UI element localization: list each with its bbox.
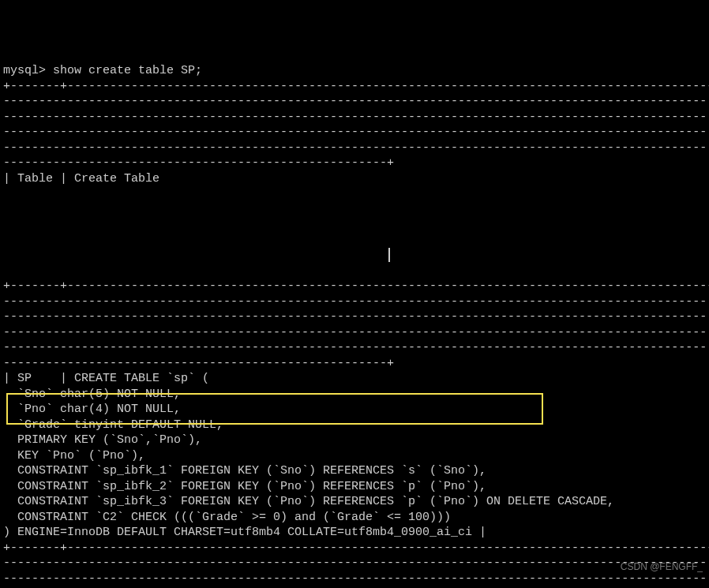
constraint-def: CONSTRAINT `sp_ibfk_3` FOREIGN KEY (`Pno… bbox=[3, 495, 614, 508]
engine-def: ) ENGINE=InnoDB DEFAULT CHARSET=utf8mb4 … bbox=[3, 526, 486, 539]
border-line: +-------+-------------------------------… bbox=[3, 279, 709, 293]
column-def: `Sno` char(5) NOT NULL, bbox=[3, 388, 181, 401]
border-line: ----------------------------------------… bbox=[3, 326, 707, 339]
border-line: ----------------------------------------… bbox=[3, 95, 707, 108]
mysql-prompt[interactable]: mysql> bbox=[3, 64, 46, 77]
terminal-output: mysql> show create table SP; +-------+--… bbox=[3, 63, 706, 588]
border-line: ----------------------------------------… bbox=[3, 310, 707, 324]
border-line: ----------------------------------------… bbox=[3, 556, 707, 570]
table-header: | Table | Create Table bbox=[3, 172, 159, 185]
constraint-def-highlighted: CONSTRAINT `sp_ibfk_2` FOREIGN KEY (`Pno… bbox=[3, 480, 486, 493]
border-line: ----------------------------------------… bbox=[3, 110, 707, 124]
sql-command: show create table SP; bbox=[46, 64, 202, 77]
watermark: CSDN @FENGFF_ bbox=[621, 561, 703, 574]
column-def: `Grade` tinyint DEFAULT NULL, bbox=[3, 418, 223, 432]
border-line: ----------------------------------------… bbox=[3, 341, 707, 354]
primary-key: PRIMARY KEY (`Sno`,`Pno`), bbox=[3, 433, 202, 447]
constraint-def: CONSTRAINT `sp_ibfk_1` FOREIGN KEY (`Sno… bbox=[3, 464, 486, 478]
border-line: +-------+-------------------------------… bbox=[3, 541, 709, 555]
border-line: ----------------------------------------… bbox=[3, 141, 707, 155]
text-cursor bbox=[388, 248, 396, 262]
key-def: KEY `Pno` (`Pno`), bbox=[3, 449, 145, 463]
column-def: `Pno` char(4) NOT NULL, bbox=[3, 403, 181, 416]
create-table-start: | SP | CREATE TABLE `sp` ( bbox=[3, 372, 209, 385]
border-line: ----------------------------------------… bbox=[3, 156, 394, 170]
constraint-def: CONSTRAINT `C2` CHECK (((`Grade` >= 0) a… bbox=[3, 511, 451, 524]
border-line: ----------------------------------------… bbox=[3, 572, 707, 586]
border-line: ----------------------------------------… bbox=[3, 357, 394, 370]
border-line: ----------------------------------------… bbox=[3, 125, 707, 139]
border-line: ----------------------------------------… bbox=[3, 295, 707, 309]
border-line: +-------+-------------------------------… bbox=[3, 80, 709, 93]
